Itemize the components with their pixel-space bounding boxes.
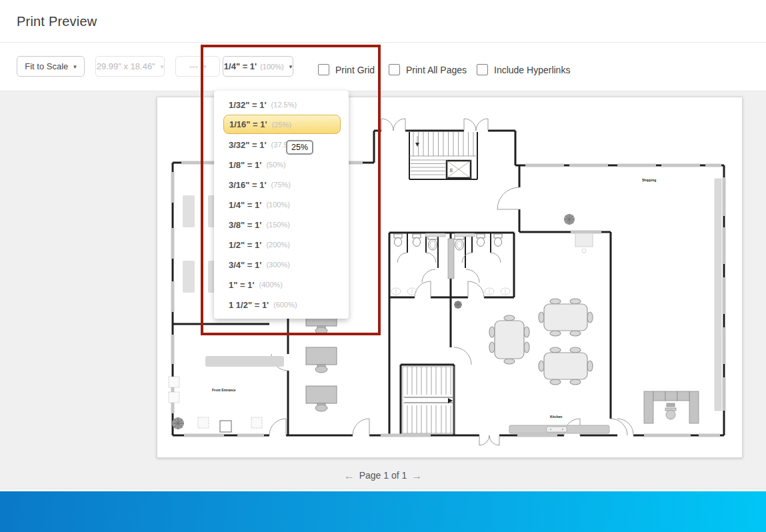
toilet-icon <box>428 235 437 250</box>
label-shipping: Shipping <box>642 178 656 182</box>
scale-dropdown-menu: 1/32" = 1'(12.5%) 1/16" = 1'(25%) 3/32" … <box>214 91 349 319</box>
stairwell-bottom <box>403 367 454 433</box>
entrance-table <box>220 421 231 432</box>
fit-to-scale-dropdown-button[interactable]: Fit to Scale ▾ <box>17 56 85 77</box>
toilet-icon <box>494 234 502 247</box>
preview-area: E <box>0 91 766 489</box>
table <box>539 347 593 385</box>
conference-tables <box>489 299 593 385</box>
desk <box>306 386 337 411</box>
sink <box>547 427 567 432</box>
scale-option[interactable]: 3/4" = 1'(300%) <box>214 255 349 275</box>
scale-option[interactable]: 3/32" = 1'(37.5%) <box>214 135 349 155</box>
stair-direction-arrow <box>415 143 419 147</box>
wall-shelf <box>715 179 721 411</box>
scale-option[interactable]: 1/32" = 1'(12.5%) <box>214 95 349 115</box>
label-front-entrance: Front Entrance <box>212 388 236 392</box>
previous-page-arrow-icon[interactable]: ← <box>344 470 355 481</box>
print-scale-dropdown-button[interactable]: 1/4" = 1' (100%) ▾ <box>223 56 293 77</box>
print-scale-percent: (100%) <box>260 63 283 71</box>
chevron-down-icon: ▾ <box>289 63 293 70</box>
scale-option[interactable]: 3/16" = 1'(75%) <box>214 175 349 195</box>
chevron-down-icon: ▾ <box>73 63 77 70</box>
label-kitchen: Kitchen <box>550 415 562 419</box>
scale-option[interactable]: 1/2" = 1'(200%) <box>214 235 349 255</box>
print-all-pages-label: Print All Pages <box>406 65 467 75</box>
scale-option-selected[interactable]: 1/16" = 1'(25%) <box>223 115 341 134</box>
paper-size-dropdown-button[interactable]: 29.99" x 18.46" ▾ <box>95 56 165 77</box>
reception-counter <box>205 356 284 367</box>
checkbox-box[interactable] <box>477 64 488 75</box>
page-range-label: --- <box>189 61 198 71</box>
scale-option[interactable]: 1/4" = 1'(100%) <box>214 195 349 215</box>
page-title: Print Preview <box>17 14 97 29</box>
zoom-tooltip: 25% <box>286 140 313 155</box>
footer-brand-bar <box>0 491 766 532</box>
pager: ←Page 1 of 1→ <box>0 470 766 482</box>
chevron-down-icon: ▾ <box>203 63 207 70</box>
print-grid-label: Print Grid <box>335 65 375 75</box>
desk <box>306 347 337 373</box>
sink-counter <box>425 233 445 237</box>
plant-icon <box>454 301 462 309</box>
office-chair <box>666 410 675 419</box>
scale-option[interactable]: 1" = 1'(400%) <box>214 275 349 295</box>
header: Print Preview <box>0 0 766 43</box>
print-grid-checkbox[interactable]: Print Grid <box>318 64 375 75</box>
sink-counter <box>455 233 475 237</box>
elevator-label: E <box>450 168 453 173</box>
checkbox-box[interactable] <box>389 64 400 75</box>
plant-icon <box>564 214 575 225</box>
next-page-arrow-icon[interactable]: → <box>411 470 422 481</box>
elevator: E <box>447 161 471 178</box>
utility-box <box>575 233 593 247</box>
toilet-icon <box>413 234 421 247</box>
fit-to-scale-label: Fit to Scale <box>25 61 68 71</box>
office-desks <box>306 309 337 411</box>
scale-option[interactable]: 1 1/2" = 1'(600%) <box>214 295 349 315</box>
toilet-icon <box>394 234 402 247</box>
table <box>489 315 529 364</box>
stairwell-top: E <box>409 132 477 178</box>
kitchen-counter <box>509 425 609 433</box>
chevron-down-icon: ▾ <box>161 63 164 70</box>
page-indicator: Page 1 of 1 <box>359 470 407 481</box>
print-all-pages-checkbox[interactable]: Print All Pages <box>389 64 467 75</box>
toilet-icon <box>477 234 485 247</box>
toilet-icon <box>455 235 464 250</box>
workstation <box>644 391 699 423</box>
page-range-dropdown-button[interactable]: --- ▾ <box>175 56 220 77</box>
checkbox-box[interactable] <box>318 64 329 75</box>
print-preview-window: Print Preview Fit to Scale ▾ 29.99" x 18… <box>0 0 766 532</box>
plant-icon <box>172 417 184 429</box>
pipe-chase <box>448 239 454 279</box>
scale-option[interactable]: 3/8" = 1'(150%) <box>214 215 349 235</box>
include-hyperlinks-label: Include Hyperlinks <box>494 65 570 75</box>
scale-option[interactable]: 1/8" = 1'(50%) <box>214 155 349 175</box>
toolbar: Fit to Scale ▾ 29.99" x 18.46" ▾ --- ▾ 1… <box>0 43 766 91</box>
table <box>539 299 593 336</box>
include-hyperlinks-checkbox[interactable]: Include Hyperlinks <box>477 64 570 75</box>
utility-drain <box>582 249 586 253</box>
print-scale-label: 1/4" = 1' <box>224 61 257 71</box>
paper-size-label: 29.99" x 18.46" <box>97 61 155 71</box>
